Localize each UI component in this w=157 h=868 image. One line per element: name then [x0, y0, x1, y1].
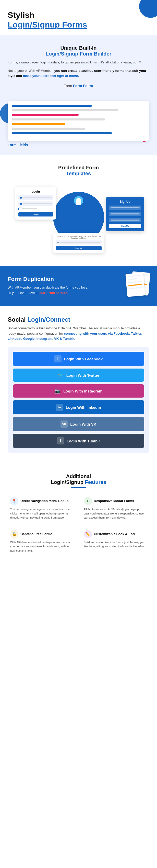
- facebook-icon: f: [54, 355, 61, 363]
- feature-desc-responsive: All the forms within ARMember(login, sig…: [84, 507, 147, 520]
- feature-desc-navigation: You can configure navigation menu so whe…: [10, 507, 74, 520]
- newsletter-email-line: [60, 242, 100, 243]
- signup-field-3: [109, 218, 141, 222]
- login-card: Login Login: [15, 187, 56, 220]
- facebook-login-button[interactable]: f Login With Facebook: [13, 352, 144, 366]
- signup-line-1: [110, 207, 140, 208]
- fe-bar-pink: [12, 114, 79, 116]
- feature-header-customizable: ✏️ Customizable Look & Feel: [84, 530, 147, 538]
- avatar-person: [76, 198, 81, 205]
- newsletter-description: Get the best new products in your box, e…: [56, 235, 102, 239]
- vk-icon: VK: [60, 421, 68, 428]
- fe-bar-orange: [12, 123, 65, 125]
- login-button[interactable]: Login: [18, 212, 53, 216]
- builtin-heading: Unique Built-In Login/Signup Form Builde…: [8, 45, 149, 57]
- social-heading: Social Login/Connect: [8, 316, 149, 323]
- feature-item-customizable: ✏️ Customizable Look & Feel Build and cu…: [81, 527, 150, 556]
- login-password-line: [23, 203, 52, 204]
- feature-item-responsive: ✦ Responsive Modal Forms All the forms w…: [81, 494, 150, 522]
- twitter-icon: 🐦: [58, 372, 64, 378]
- login-password-icon: [20, 203, 22, 205]
- tumblr-btn-label: Login With Tumblr: [67, 439, 100, 443]
- form-editor-label-text: Form Form Editor: [64, 84, 94, 88]
- tumblr-icon: t: [57, 437, 64, 444]
- form-editor-label-container: Form Form Editor: [8, 84, 149, 88]
- cards-illustration: Login Login SignUp: [8, 182, 149, 253]
- newsletter-submit-button[interactable]: Submit: [56, 246, 102, 250]
- signup-field-2: [109, 212, 141, 216]
- fe-card: [8, 101, 149, 141]
- signup-button[interactable]: Sign Up: [109, 224, 141, 228]
- predefined-section: Predefined Form Templates Login: [0, 155, 157, 266]
- feature-item-navigation: 📍 Direct Navigation Menu Popup You can c…: [8, 494, 76, 522]
- form-editor-illustration: Form Fields: [0, 98, 157, 155]
- login-remember-container: [18, 208, 53, 210]
- social-buttons-container: f Login With Facebook 🐦 Login With Twitt…: [8, 347, 149, 453]
- login-card-title: Login: [18, 190, 53, 193]
- login-remember-checkbox: [18, 208, 21, 210]
- paper-front-line-1: [128, 275, 141, 277]
- features-section: Additional Login/Signup Features 📍 Direc…: [0, 463, 157, 565]
- paper-front-line-2: [128, 278, 137, 280]
- form-fields-label: Form Fields: [8, 143, 152, 147]
- builtin-section: Unique Built-In Login/Signup Form Builde…: [0, 35, 157, 98]
- instagram-login-button[interactable]: 📷 Login With Instagram: [13, 384, 144, 398]
- social-description: Social connectivity is built into the DN…: [8, 326, 149, 342]
- fe-bar-gray-3: [12, 128, 85, 130]
- login-username-icon: [20, 197, 22, 199]
- feature-desc-customizable: Build and customize your forms, just the…: [84, 540, 147, 549]
- facebook-btn-label: Login With Facebook: [64, 357, 103, 361]
- twitter-btn-label: Login With Twitter: [67, 373, 100, 377]
- signup-card: SignUp Sign Up: [106, 197, 144, 231]
- signup-line-3: [110, 220, 140, 221]
- features-divider: [71, 487, 86, 488]
- fe-bar-blue-2: [12, 132, 112, 134]
- duplication-description: With ARMember, you can duplicate the for…: [8, 285, 89, 296]
- login-remember-label: [22, 208, 37, 209]
- responsive-icon: ✦: [84, 497, 92, 505]
- tumblr-login-button[interactable]: t Login With Tumblr: [13, 434, 144, 448]
- newsletter-card: Get the best new products in your box, e…: [53, 233, 104, 253]
- feature-title-customizable: Customizable Look & Feel: [94, 532, 135, 536]
- features-heading: Additional Login/Signup Features: [8, 473, 149, 485]
- twitter-login-button[interactable]: 🐦 Login With Twitter: [13, 369, 144, 382]
- social-section: Social Login/Connect Social connectivity…: [0, 306, 157, 463]
- paper-front-line-3: [128, 281, 142, 283]
- hero-section: Stylish Login/Signup Forms: [0, 0, 157, 35]
- feature-item-captcha: 🔒 Captcha Free Forms With ARMember's in-…: [8, 527, 76, 556]
- duplication-section: Form Duplication With ARMember, you can …: [0, 266, 157, 306]
- feature-title-responsive: Responsive Modal Forms: [94, 499, 134, 503]
- linkedin-login-button[interactable]: in Login With linkedin: [13, 400, 144, 414]
- login-username-line: [23, 197, 52, 198]
- feature-title-navigation: Direct Navigation Menu Popup: [20, 499, 69, 503]
- vk-btn-label: Login With VK: [70, 422, 96, 426]
- avatar-inner: [74, 196, 83, 205]
- vk-login-button[interactable]: VK Login With VK: [13, 417, 144, 431]
- signup-field-1: [109, 206, 141, 210]
- builtin-para2: Not anymore! With ARMember, you can crea…: [8, 68, 149, 79]
- customizable-icon: ✏️: [84, 530, 92, 538]
- predefined-heading: Predefined Form Templates: [8, 165, 149, 177]
- builtin-para1: Forms, signup pages, login modals, forgo…: [8, 60, 149, 65]
- page-title: Stylish Login/Signup Forms: [8, 10, 149, 30]
- instagram-btn-label: Login With Instagram: [63, 389, 102, 393]
- duplication-papers-illustration: [121, 271, 152, 301]
- features-grid: 📍 Direct Navigation Menu Popup You can c…: [8, 494, 149, 555]
- feature-header-navigation: 📍 Direct Navigation Menu Popup: [10, 497, 74, 505]
- feature-header-responsive: ✦ Responsive Modal Forms: [84, 497, 147, 505]
- avatar: [72, 194, 85, 207]
- signup-line-2: [110, 213, 140, 214]
- login-username-field: [18, 195, 53, 200]
- newsletter-email-field: ✉: [56, 241, 102, 245]
- signup-card-title: SignUp: [109, 200, 141, 204]
- linkedin-icon: in: [56, 404, 63, 411]
- login-password-field: [18, 202, 53, 206]
- feature-title-captcha: Captcha Free Forms: [20, 532, 53, 536]
- navigation-icon: 📍: [10, 497, 18, 505]
- captcha-icon: 🔒: [10, 530, 18, 538]
- fe-bar-gray-1: [12, 109, 119, 111]
- feature-desc-captcha: With ARMember's in-built anti-spam mecha…: [10, 540, 74, 553]
- instagram-icon: 📷: [55, 388, 61, 394]
- fe-bar-blue: [12, 105, 92, 107]
- linkedin-btn-label: Login With linkedin: [66, 405, 101, 409]
